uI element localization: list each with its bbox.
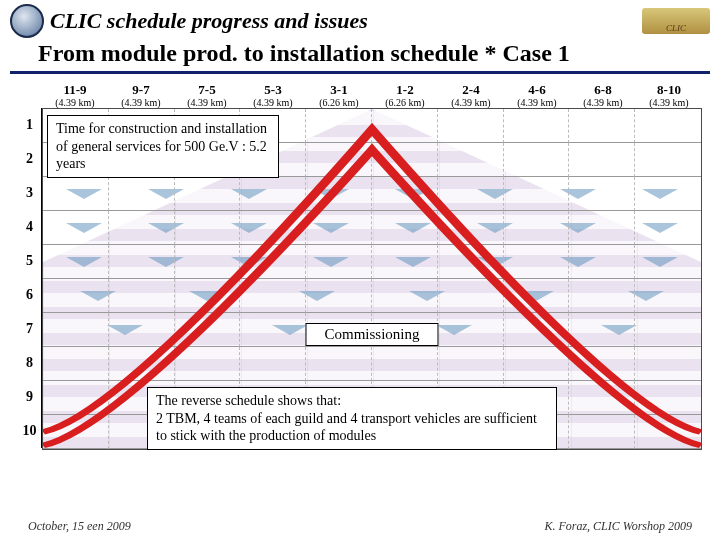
slide-header: CLIC schedule progress and issues CLIC	[0, 0, 720, 38]
grid-cell	[109, 279, 175, 313]
commissioning-callout: Commissioning	[305, 323, 438, 346]
grid-cell	[43, 347, 109, 381]
grid-cell	[635, 279, 701, 313]
grid-cell	[306, 245, 372, 279]
row-label: 8	[18, 346, 42, 380]
corner-spacer	[18, 80, 42, 108]
grid-cell	[569, 211, 635, 245]
footer-author: K. Foraz, CLIC Worshop 2009	[544, 519, 692, 534]
grid-cell	[109, 313, 175, 347]
grid-cell	[306, 211, 372, 245]
col-km: (4.39 km)	[42, 97, 108, 108]
reverse-callout: The reverse schedule shows that: 2 TBM, …	[147, 387, 557, 450]
col-head: 2-4(4.39 km)	[438, 80, 504, 108]
grid-cell	[109, 177, 175, 211]
grid-cell	[569, 143, 635, 177]
col-head: 6-8(4.39 km)	[570, 80, 636, 108]
col-head: 1-2(6.26 km)	[372, 80, 438, 108]
grid-cell	[240, 177, 306, 211]
col-seg: 6-8	[570, 82, 636, 98]
col-seg: 5-3	[240, 82, 306, 98]
grid-cell	[175, 245, 241, 279]
col-head: 5-3(4.39 km)	[240, 80, 306, 108]
grid-cell	[240, 279, 306, 313]
grid-cell	[372, 279, 438, 313]
col-head: 7-5(4.39 km)	[174, 80, 240, 108]
grid-cell	[175, 177, 241, 211]
grid-cell	[504, 279, 570, 313]
col-head: 11-9(4.39 km)	[42, 80, 108, 108]
col-km: (4.39 km)	[240, 97, 306, 108]
grid-wrap: 1 2 3 4 5 6 7 8 9 10	[18, 108, 702, 450]
grid-cell	[240, 245, 306, 279]
slide-title: CLIC schedule progress and issues	[50, 8, 368, 34]
reverse-text: The reverse schedule shows that: 2 TBM, …	[156, 393, 537, 443]
chart-area: 11-9(4.39 km) 9-7(4.39 km) 7-5(4.39 km) …	[18, 80, 702, 450]
col-km: (4.39 km)	[108, 97, 174, 108]
construction-callout: Time for construction and installation o…	[47, 115, 279, 178]
grid-cell	[438, 177, 504, 211]
grid-cell	[504, 245, 570, 279]
grid-cell	[43, 177, 109, 211]
row-label: 5	[18, 244, 42, 278]
grid-cell	[438, 313, 504, 347]
footer-date: October, 15 een 2009	[28, 519, 131, 534]
grid-cell	[438, 143, 504, 177]
grid-cell	[43, 415, 109, 449]
grid-cell	[569, 313, 635, 347]
grid-cell	[109, 347, 175, 381]
title-rule	[10, 71, 710, 74]
grid-cell	[240, 313, 306, 347]
grid-cell	[109, 245, 175, 279]
row-label: 4	[18, 210, 42, 244]
grid-cell	[569, 177, 635, 211]
grid-cell	[306, 279, 372, 313]
grid-cell	[569, 245, 635, 279]
grid-cell	[569, 279, 635, 313]
row-label: 7	[18, 312, 42, 346]
construction-text: Time for construction and installation o…	[56, 121, 267, 171]
grid-cell	[175, 279, 241, 313]
grid-cell	[635, 415, 701, 449]
grid-cell	[504, 143, 570, 177]
grid-cell	[372, 211, 438, 245]
grid-cell	[438, 109, 504, 143]
col-seg: 3-1	[306, 82, 372, 98]
grid-cell	[43, 211, 109, 245]
col-head: 9-7(4.39 km)	[108, 80, 174, 108]
grid-cell	[43, 313, 109, 347]
grid-cell	[504, 109, 570, 143]
grid-cell	[175, 347, 241, 381]
grid-cell	[306, 347, 372, 381]
grid-cell	[372, 109, 438, 143]
slide-subtitle: From module prod. to installation schedu…	[0, 38, 720, 71]
grid-cell	[569, 381, 635, 415]
grid-cell	[109, 211, 175, 245]
grid-cell	[175, 313, 241, 347]
grid-cell	[43, 381, 109, 415]
col-seg: 8-10	[636, 82, 702, 98]
grid-cell	[372, 347, 438, 381]
grid-cell	[635, 109, 701, 143]
header-left: CLIC schedule progress and issues	[10, 4, 368, 38]
grid-cell	[372, 143, 438, 177]
institute-badge-icon	[10, 4, 44, 38]
grid-cell	[504, 177, 570, 211]
grid-cell	[635, 245, 701, 279]
grid-cell	[306, 177, 372, 211]
clic-logo-text: CLIC	[666, 23, 686, 33]
col-km: (4.39 km)	[504, 97, 570, 108]
col-head: 3-1(6.26 km)	[306, 80, 372, 108]
grid-cell	[240, 347, 306, 381]
col-head: 8-10(4.39 km)	[636, 80, 702, 108]
grid-cell	[306, 143, 372, 177]
grid-cell	[438, 279, 504, 313]
row-label: 10	[18, 414, 42, 448]
grid-cell	[635, 211, 701, 245]
column-headers: 11-9(4.39 km) 9-7(4.39 km) 7-5(4.39 km) …	[18, 80, 702, 108]
col-km: (4.39 km)	[438, 97, 504, 108]
row-labels: 1 2 3 4 5 6 7 8 9 10	[18, 108, 42, 450]
grid-cell	[43, 245, 109, 279]
grid-cell	[504, 347, 570, 381]
grid-cell	[372, 245, 438, 279]
